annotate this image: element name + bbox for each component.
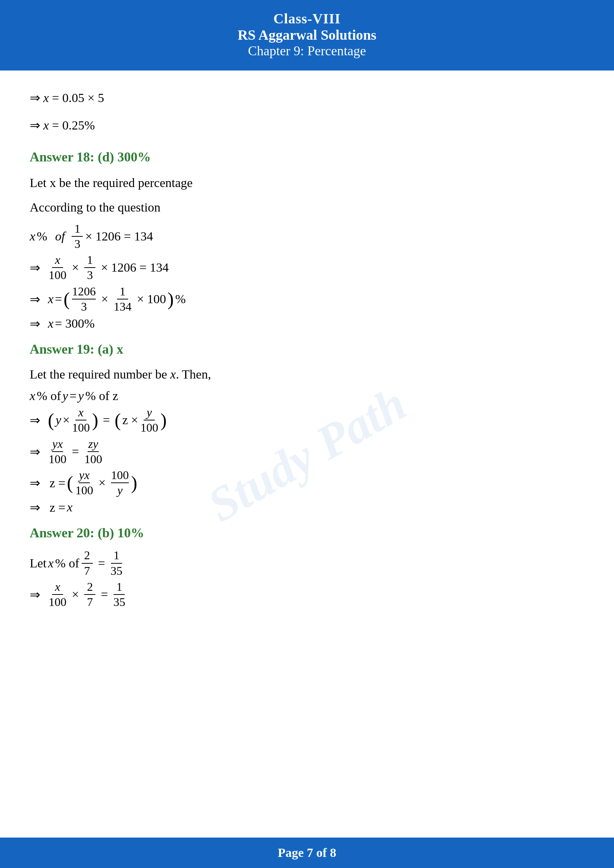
page-number: Page 7 of 8	[278, 846, 336, 859]
page-footer: Page 7 of 8	[0, 838, 614, 868]
intro-line2: ⇒ x = 0.25%	[30, 113, 584, 138]
content-area: Study Path ⇒ x = 0.05 × 5 ⇒ x = 0.25% An…	[0, 71, 614, 838]
answer19-eq4: ⇒ z = x	[30, 500, 584, 515]
answer19-eq0: x% of y = y% of z	[30, 389, 584, 403]
page-header: Class-VIII RS Aggarwal Solutions Chapter…	[0, 0, 614, 71]
header-class: Class-VIII	[8, 10, 606, 27]
header-chapter: Chapter 9: Percentage	[8, 43, 606, 59]
answer20-label: Answer 20: (b) 10%	[30, 525, 584, 541]
answer19-text1: Let the required number be x. Then,	[30, 364, 584, 384]
answer18-text2: According to the question	[30, 197, 584, 217]
answer18-eq3: ⇒ x = ( 12063 × 1134 × 100 )%	[30, 285, 584, 313]
answer18-eq2: ⇒ x100 × 13 × 1206 = 134	[30, 253, 584, 282]
answer19-eq1: ⇒ ( y × x100 ) = ( z × y100 )	[30, 406, 584, 434]
content-inner: ⇒ x = 0.05 × 5 ⇒ x = 0.25% Answer 18: (d…	[30, 85, 584, 609]
answer18-eq1: x% of 13 × 1206 = 134	[30, 222, 584, 251]
intro-line1: ⇒ x = 0.05 × 5	[30, 85, 584, 111]
header-title: RS Aggarwal Solutions	[8, 27, 606, 43]
answer20-eq1: Let x% of 27 = 135	[30, 549, 584, 577]
page: Class-VIII RS Aggarwal Solutions Chapter…	[0, 0, 614, 868]
answer18-text1: Let x be the required percentage	[30, 173, 584, 193]
answer18-label: Answer 18: (d) 300%	[30, 149, 584, 165]
answer19-eq3: ⇒ z = ( yx100 × 100y )	[30, 469, 584, 497]
answer19-label: Answer 19: (a) x	[30, 341, 584, 357]
answer19-eq2: ⇒ yx100 = zy100	[30, 437, 584, 466]
answer18-eq4: ⇒ x = 300%	[30, 316, 584, 331]
answer20-eq2: ⇒ x100 × 27 = 135	[30, 580, 584, 609]
